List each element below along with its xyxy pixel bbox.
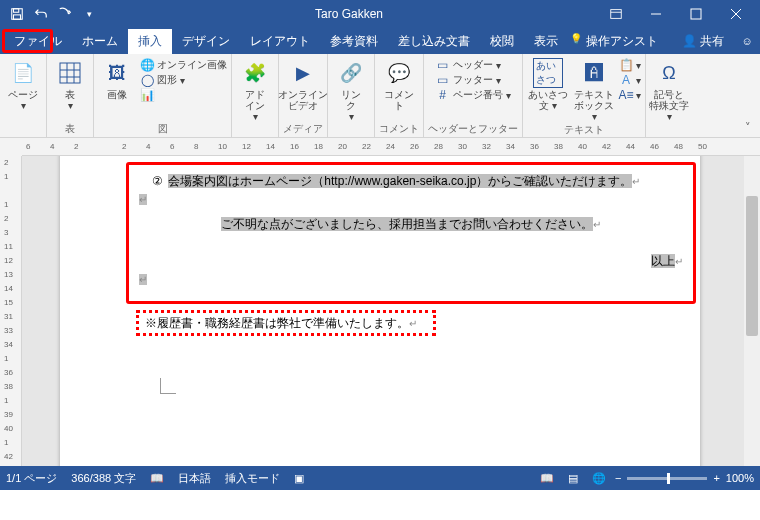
pages-button[interactable]: 📄ページ▾ <box>4 58 42 111</box>
smartart-button[interactable]: 📊 <box>140 88 227 102</box>
status-mode[interactable]: 挿入モード <box>225 471 280 486</box>
window-title: Taro Gakken <box>100 7 598 21</box>
group-illustrations: 図 <box>158 121 168 137</box>
status-page[interactable]: 1/1 ページ <box>6 471 57 486</box>
symbols-button[interactable]: Ω記号と 特殊文字▾ <box>650 58 688 122</box>
share-button[interactable]: 👤 共有 <box>672 29 734 54</box>
svg-rect-2 <box>14 15 21 19</box>
status-wordcount[interactable]: 366/388 文字 <box>71 471 136 486</box>
pictures-button[interactable]: 🖼画像 <box>98 58 136 100</box>
document-page[interactable]: ② 会場案内図はホームページ（http://www.gaken-seika.co… <box>60 156 700 466</box>
view-web-icon[interactable]: 🌐 <box>589 469 609 487</box>
doc-line[interactable]: ↵ <box>139 272 683 286</box>
links-button[interactable]: 🔗リン ク▾ <box>332 58 370 122</box>
tab-view[interactable]: 表示 <box>524 29 568 54</box>
status-proofing-icon[interactable]: 📖 <box>150 472 164 485</box>
tab-tellme[interactable]: 操作アシスト <box>568 29 668 54</box>
group-text: テキスト <box>564 122 604 138</box>
wordart-button[interactable]: A▾ <box>619 73 641 87</box>
comment-button[interactable]: 💬コメント <box>380 58 418 111</box>
feedback-icon[interactable]: ☺ <box>734 28 760 54</box>
page-margin-marker <box>160 378 176 394</box>
status-macro-icon[interactable]: ▣ <box>294 472 304 485</box>
group-comments: コメント <box>379 121 419 137</box>
pagenum-button[interactable]: #ページ番号 ▾ <box>436 88 511 102</box>
svg-rect-6 <box>691 9 701 19</box>
ruler-corner <box>0 138 22 156</box>
doc-line[interactable]: ご不明な点がございましたら、採用担当までお問い合わせください。↵ <box>139 216 683 233</box>
vertical-ruler[interactable]: 2112311121314153133341363813940142 <box>0 156 22 466</box>
dropcap-button[interactable]: A≡▾ <box>619 88 641 102</box>
shapes-button[interactable]: ◯図形 ▾ <box>140 73 227 87</box>
maximize-icon[interactable] <box>678 3 714 25</box>
view-print-icon[interactable]: ▤ <box>563 469 583 487</box>
table-button[interactable]: 表▾ <box>51 58 89 111</box>
zoom-level[interactable]: 100% <box>726 472 754 484</box>
close-icon[interactable] <box>718 3 754 25</box>
doc-line[interactable]: 以上↵ <box>139 253 683 270</box>
zoom-out-icon[interactable]: − <box>615 472 621 484</box>
tab-design[interactable]: デザイン <box>172 29 240 54</box>
scrollbar-thumb[interactable] <box>746 196 758 336</box>
doc-line[interactable]: ↵ <box>139 192 683 206</box>
zoom-slider[interactable] <box>627 477 707 480</box>
tab-review[interactable]: 校閲 <box>480 29 524 54</box>
annotation-selection-box: ② 会場案内図はホームページ（http://www.gaken-seika.co… <box>126 162 696 304</box>
status-language[interactable]: 日本語 <box>178 471 211 486</box>
qat-more-icon[interactable]: ▾ <box>78 3 100 25</box>
save-icon[interactable] <box>6 3 28 25</box>
online-pictures-button[interactable]: 🌐オンライン画像 <box>140 58 227 72</box>
addins-button[interactable]: 🧩アド イン▾ <box>236 58 274 122</box>
annotation-dotted-box: ※履歴書・職務経歴書は弊社で準備いたします。↵ <box>136 310 436 336</box>
svg-rect-1 <box>14 9 19 13</box>
tab-layout[interactable]: レイアウト <box>240 29 320 54</box>
collapse-ribbon-icon[interactable]: ˅ <box>740 119 756 135</box>
tab-references[interactable]: 参考資料 <box>320 29 388 54</box>
footer-button[interactable]: ▭フッター ▾ <box>436 73 511 87</box>
undo-icon[interactable] <box>30 3 52 25</box>
textbox-button[interactable]: 🅰テキスト ボックス ▾ <box>573 58 615 122</box>
ribbon-display-icon[interactable] <box>598 3 634 25</box>
tab-file[interactable]: ファイル <box>4 29 72 54</box>
minimize-icon[interactable] <box>638 3 674 25</box>
quickparts-button[interactable]: 📋▾ <box>619 58 641 72</box>
view-read-icon[interactable]: 📖 <box>537 469 557 487</box>
doc-line[interactable]: ② 会場案内図はホームページ（http://www.gaken-seika.co… <box>139 173 683 190</box>
group-tables: 表 <box>65 121 75 137</box>
online-video-button[interactable]: ▶オンライン ビデオ <box>284 58 322 111</box>
greeting-button[interactable]: あいさつあいさつ 文 ▾ <box>527 58 569 111</box>
group-media: メディア <box>283 121 323 137</box>
header-button[interactable]: ▭ヘッダー ▾ <box>436 58 511 72</box>
redo-icon[interactable] <box>54 3 76 25</box>
horizontal-ruler[interactable]: 6422468101214161820222426283032343638404… <box>22 138 760 156</box>
svg-rect-3 <box>611 10 622 19</box>
tab-insert[interactable]: 挿入 <box>128 29 172 54</box>
svg-rect-9 <box>60 63 80 83</box>
tab-home[interactable]: ホーム <box>72 29 128 54</box>
zoom-in-icon[interactable]: + <box>713 472 719 484</box>
vertical-scrollbar[interactable] <box>744 156 760 466</box>
tab-mailings[interactable]: 差し込み文書 <box>388 29 480 54</box>
group-headerfooter: ヘッダーとフッター <box>428 121 518 137</box>
doc-line[interactable]: ※履歴書・職務経歴書は弊社で準備いたします。 <box>145 315 409 332</box>
